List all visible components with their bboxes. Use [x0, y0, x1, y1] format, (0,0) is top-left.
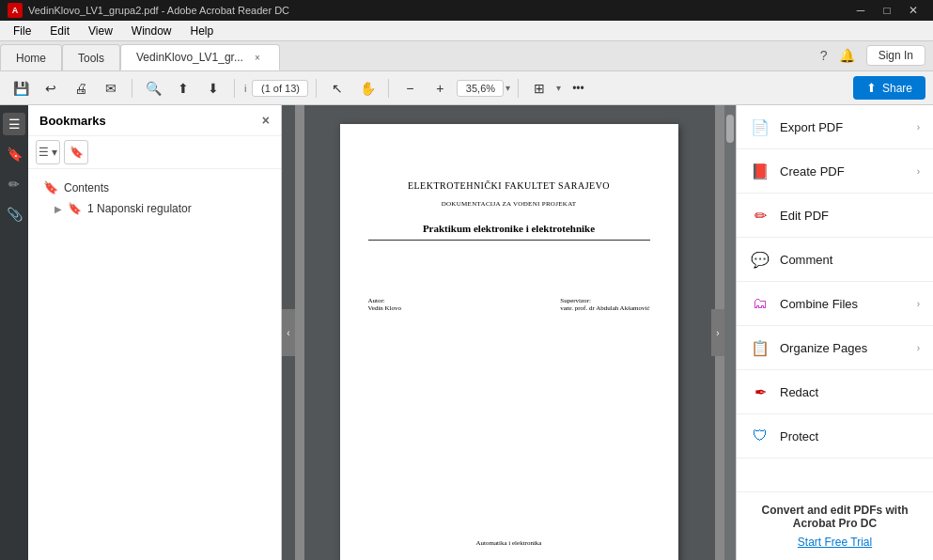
zoom-out-search-button[interactable]: 🔍	[140, 75, 166, 101]
create-pdf-label: Create PDF	[780, 164, 908, 179]
organize-pages-icon: 📋	[750, 337, 770, 358]
print-button[interactable]: 🖨	[68, 75, 94, 101]
bookmarks-view-btn[interactable]: ☰ ▾	[36, 140, 60, 164]
tab-home[interactable]: Home	[0, 44, 62, 70]
export-pdf-chevron-icon: ›	[917, 122, 920, 132]
tab-bar-right: ? 🔔 Sign In	[820, 40, 933, 70]
combine-files-icon: 🗂	[750, 293, 770, 314]
right-panel-organize-pages[interactable]: 📋 Organize Pages ›	[737, 326, 933, 370]
right-panel-comment[interactable]: 💬 Comment	[737, 238, 933, 282]
page-info: (1 of 13)	[252, 80, 308, 97]
more-tools-button[interactable]: •••	[565, 75, 591, 101]
separator-5	[518, 79, 519, 98]
zoom-value[interactable]: 35,6%	[457, 80, 504, 97]
fit-page-button[interactable]: ⊞	[526, 75, 552, 101]
redact-icon: ✒	[750, 381, 770, 402]
fit-dropdown-icon[interactable]: ▾	[556, 83, 561, 93]
pdf-supervisor-name: vanr. prof. dr Abdulah Akšamović	[560, 304, 649, 312]
tab-tools[interactable]: Tools	[62, 44, 120, 70]
right-panel-promo: Convert and edit PDFs with Acrobat Pro D…	[737, 491, 933, 560]
undo-button[interactable]: ↩	[38, 75, 64, 101]
scroll-down-button[interactable]: ⬇	[200, 75, 226, 101]
combine-files-chevron-icon: ›	[917, 299, 920, 309]
hand-tool-button[interactable]: ✋	[354, 75, 381, 101]
edit-pdf-label: Edit PDF	[780, 209, 920, 223]
protect-icon: 🛡	[750, 426, 770, 446]
scroll-up-button[interactable]: ⬆	[170, 75, 196, 101]
bookmark-naponski[interactable]: ▶ 🔖 1 Naponski regulator	[28, 198, 281, 219]
sign-in-button[interactable]: Sign In	[866, 45, 925, 66]
pdf-left-shadow	[295, 105, 304, 560]
pdf-supervisor-block: Supervizor: vanr. prof. dr Abdulah Akšam…	[560, 297, 649, 312]
separator-4	[388, 79, 389, 98]
cursor-tool-button[interactable]: ↖	[324, 75, 350, 101]
right-panel-create-pdf[interactable]: 📕 Create PDF ›	[737, 149, 933, 194]
right-panel-combine-files[interactable]: 🗂 Combine Files ›	[737, 282, 933, 326]
combine-files-label: Combine Files	[780, 297, 908, 311]
tab-doc-label: VedinKlovo_LV1_gr...	[136, 51, 243, 64]
zoom-dropdown-icon[interactable]: ▾	[505, 83, 510, 93]
menu-window[interactable]: Window	[122, 21, 181, 41]
export-pdf-icon: 📄	[750, 117, 770, 137]
bookmark-naponski-label: 1 Naponski regulator	[87, 202, 192, 215]
zoom-plus-button[interactable]: +	[427, 75, 453, 101]
separator-2	[234, 79, 235, 98]
export-pdf-label: Export PDF	[780, 120, 908, 134]
pdf-page-container: Elektrotehnički fakultet sarajevo Dokume…	[282, 105, 736, 560]
tab-tools-label: Tools	[78, 52, 104, 65]
tab-close-icon[interactable]: ×	[251, 51, 264, 64]
help-icon[interactable]: ?	[820, 48, 828, 63]
right-panel-edit-pdf[interactable]: ✏ Edit PDF	[737, 194, 933, 238]
bell-icon[interactable]: 🔔	[839, 48, 855, 63]
right-panel-redact[interactable]: ✒ Redact	[737, 370, 933, 414]
zoom-minus-button[interactable]: −	[397, 75, 423, 101]
save-button[interactable]: 💾	[8, 75, 34, 101]
bookmark-contents[interactable]: 🔖 Contents	[28, 177, 281, 198]
maximize-button[interactable]: □	[875, 1, 899, 20]
redact-label: Redact	[780, 385, 920, 399]
menu-help[interactable]: Help	[181, 21, 224, 41]
annotation-icon[interactable]: ✏	[3, 173, 25, 195]
bookmarks-header: Bookmarks ×	[28, 105, 281, 136]
right-panel-export-pdf[interactable]: 📄 Export PDF ›	[737, 105, 933, 149]
minimize-button[interactable]: ─	[848, 1, 873, 20]
right-panel-protect[interactable]: 🛡 Protect	[737, 414, 933, 459]
tab-doc[interactable]: VedinKlovo_LV1_gr... ×	[120, 44, 280, 70]
title-bar-controls: ─ □ ✕	[848, 1, 925, 20]
menu-edit[interactable]: Edit	[40, 21, 79, 41]
pdf-authors: Autor: Vedin Klovo Supervizor: vanr. pro…	[368, 297, 650, 312]
create-pdf-icon: 📕	[750, 161, 770, 181]
pdf-scrollbar-thumb[interactable]	[726, 115, 734, 143]
toolbar: 💾 ↩ 🖨 ✉ 🔍 ⬆ ⬇ i (1 of 13) ↖ ✋ − + 35,6% …	[0, 71, 933, 105]
pdf-page: Elektrotehnički fakultet sarajevo Dokume…	[340, 124, 678, 560]
close-button[interactable]: ✕	[901, 1, 925, 20]
pdf-scrollbar-vertical[interactable]	[724, 105, 736, 560]
app-icon: A	[8, 3, 23, 18]
nav-panel-icon[interactable]: ☰	[3, 113, 25, 135]
main-area: ☰ 🔖 ✏ 📎 Bookmarks × ☰ ▾ 🔖 🔖 Contents ▶ 🔖…	[0, 105, 933, 560]
protect-label: Protect	[780, 429, 920, 443]
share-label: Share	[882, 82, 912, 95]
separator-1	[132, 79, 132, 98]
tab-home-label: Home	[16, 52, 46, 65]
tab-bar: Home Tools VedinKlovo_LV1_gr... × ? 🔔 Si…	[0, 41, 933, 71]
attachment-icon[interactable]: 📎	[3, 203, 25, 226]
bookmarks-add-btn[interactable]: 🔖	[64, 140, 88, 164]
nav-next-button[interactable]: ›	[711, 309, 724, 356]
pdf-doc-subtitle: Dokumentacija za vođeni projekat	[442, 200, 577, 208]
pdf-faculty-title: Elektrotehnički fakultet sarajevo	[408, 180, 610, 191]
organize-pages-chevron-icon: ›	[917, 343, 920, 353]
pdf-area: ‹ Elektrotehnički fakultet sarajevo Doku…	[282, 105, 736, 560]
bookmark-contents-label: Contents	[64, 181, 109, 194]
title-bar: A VedinKlovo_LV1_grupa2.pdf - Adobe Acro…	[0, 0, 933, 21]
bookmarks-close-icon[interactable]: ×	[262, 113, 270, 128]
menu-view[interactable]: View	[79, 21, 122, 41]
menu-file[interactable]: File	[4, 21, 40, 41]
promo-link[interactable]: Start Free Trial	[750, 536, 920, 549]
nav-prev-button[interactable]: ‹	[282, 309, 295, 356]
share-button[interactable]: ⬆ Share	[853, 76, 925, 100]
left-panel: ☰ 🔖 ✏ 📎	[0, 105, 28, 560]
pdf-author-label: Autor:	[368, 297, 402, 304]
bookmarks-panel-icon[interactable]: 🔖	[3, 143, 25, 165]
email-button[interactable]: ✉	[98, 75, 124, 101]
